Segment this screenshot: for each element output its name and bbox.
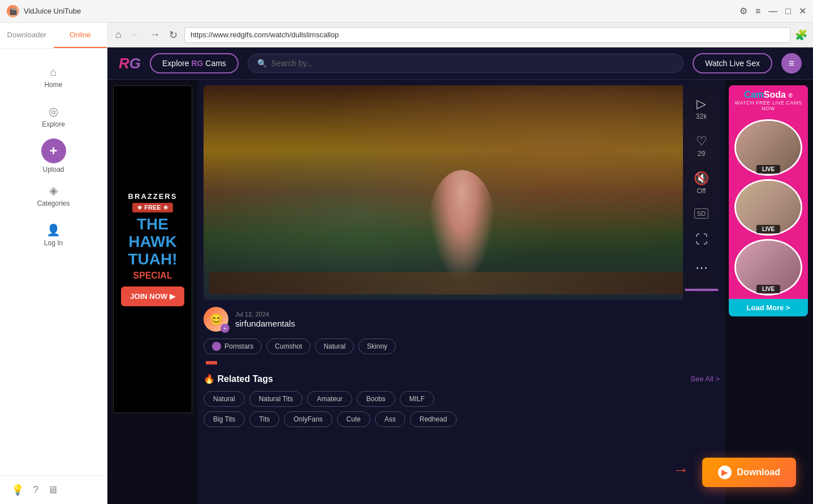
sidebar-item-explore[interactable]: ◎ Explore (0, 99, 107, 134)
video-container[interactable]: YNGH (204, 85, 720, 300)
line3: TUAH! (128, 251, 177, 268)
volume-icon: 🔇 (694, 171, 709, 186)
cam-item-1[interactable]: LIVE (732, 119, 805, 176)
browser-area: ⌂ ← → ↻ 🧩 RG Explore RG Cams 🔍 Search by… (107, 23, 813, 504)
volume-control[interactable]: 🔇 Off (694, 171, 709, 195)
tab-online[interactable]: Online (54, 23, 107, 48)
close-button[interactable]: ✕ (799, 6, 806, 16)
back-button[interactable]: ← (128, 28, 143, 42)
explore-label: Explore (42, 120, 65, 128)
video-author[interactable]: sirfundamentals (235, 319, 295, 328)
tag-redhead[interactable]: Redhead (410, 411, 457, 427)
tags-row-2: Big Tits Tits OnlyFans Cute Ass Redhead (204, 411, 720, 427)
tag-boobs[interactable]: Boobs (357, 391, 395, 407)
sidebar-item-upload[interactable]: + Upload (41, 138, 66, 173)
tag-cute[interactable]: Cute (337, 411, 370, 427)
sidebar-item-login[interactable]: 👤 Log In (0, 218, 107, 253)
user-avatar[interactable]: 😊 + (204, 307, 228, 332)
explore-icon: ◎ (49, 105, 58, 118)
sidebar-tabs: Downloader Online (0, 23, 107, 49)
help-icon[interactable]: ? (33, 484, 38, 496)
camsoda-panel: CamSoda ® WATCH FREE LIVE CAMS NOW LIVE (729, 85, 808, 316)
home-nav-button[interactable]: ⌂ (113, 28, 124, 42)
monitor-icon[interactable]: 🖥 (47, 484, 58, 496)
see-all-button[interactable]: See All > (690, 375, 720, 383)
hawk-tuah-text: THE HAWK TUAH! (128, 216, 177, 268)
load-more-button[interactable]: Load More > (729, 299, 808, 316)
tag-natural-tits[interactable]: Natural Tits (249, 391, 303, 407)
tag-pornstars-icon (212, 342, 221, 351)
categories-icon: ◈ (49, 184, 58, 197)
video-tags: Pornstars Cumshot Natural Skinny (204, 338, 720, 354)
tag-milf[interactable]: MILF (400, 391, 434, 407)
site-header: RG Explore RG Cams 🔍 Search by... Watch … (107, 47, 813, 80)
minimize-button[interactable]: — (768, 6, 777, 16)
app-icon: 🎬 (7, 5, 19, 18)
search-bar[interactable]: 🔍 Search by... (248, 54, 684, 73)
tag-cumshot[interactable]: Cumshot (266, 338, 310, 354)
fullscreen-icon: ⛶ (695, 232, 708, 247)
video-player[interactable]: YNGH (204, 85, 720, 300)
tag-natural-label: Natural (323, 342, 345, 350)
address-bar[interactable] (184, 27, 790, 43)
quality-control[interactable]: SD (694, 208, 708, 219)
maximize-button[interactable]: □ (785, 6, 791, 16)
brazzers-ad[interactable]: BRAZZERS ★ FREE ★ THE HAWK TUAH! SPECIAL… (113, 85, 192, 413)
sidebar-item-home[interactable]: ⌂ Home (0, 60, 107, 94)
sidebar-nav: ⌂ Home ◎ Explore + Upload ◈ Categories 👤… (0, 49, 107, 475)
explore-cams-button[interactable]: Explore RG Cams (150, 53, 239, 73)
arrow-indicator: → (673, 461, 689, 479)
likes-control[interactable]: ♡ 29 (696, 134, 707, 158)
sidebar-item-categories[interactable]: ◈ Categories (0, 178, 107, 213)
tag-skinny[interactable]: Skinny (358, 338, 396, 354)
video-section: YNGH ▷ 32k ♡ 29 (198, 80, 725, 504)
red-line (206, 361, 217, 364)
watch-live-button[interactable]: Watch Live Sex (693, 53, 772, 73)
download-button[interactable]: ▶ Download (702, 458, 796, 487)
tag-amateur[interactable]: Amateur (307, 391, 352, 407)
views-icon: ▷ (697, 97, 706, 111)
tag-big-tits[interactable]: Big Tits (204, 411, 245, 427)
more-control[interactable]: ⋯ (695, 260, 708, 275)
thumbnail-preview[interactable]: LIVE (685, 289, 719, 291)
camsoda-logo: CamSoda ® (733, 90, 803, 100)
hamburger-menu[interactable]: ≡ (781, 53, 802, 73)
cam-live-badge-1: LIVE (756, 165, 780, 173)
download-play-icon: ▶ (718, 466, 732, 479)
tag-skinny-label: Skinny (367, 342, 387, 350)
left-ad-panel: BRAZZERS ★ FREE ★ THE HAWK TUAH! SPECIAL… (107, 80, 198, 504)
tag-natural[interactable]: Natural (204, 391, 245, 407)
plus-icon: + (49, 143, 57, 159)
tags-row-1: Natural Natural Tits Amateur Boobs MILF (204, 391, 720, 407)
bulb-icon[interactable]: 💡 (11, 484, 24, 496)
rg-logo: RG (119, 55, 141, 72)
tag-natural[interactable]: Natural (315, 338, 354, 354)
cam-item-3[interactable]: LIVE (732, 239, 805, 296)
tag-cumshot-label: Cumshot (275, 342, 302, 350)
site-main: BRAZZERS ★ FREE ★ THE HAWK TUAH! SPECIAL… (107, 80, 813, 504)
extensions-icon[interactable]: 🧩 (795, 29, 807, 41)
forward-button[interactable]: → (148, 28, 162, 42)
video-info: 😊 + Jul 12, 2024 sirfundamentals (204, 300, 720, 361)
tag-onlyfans[interactable]: OnlyFans (284, 411, 332, 427)
cam-item-2[interactable]: LIVE (732, 179, 805, 236)
tag-tits[interactable]: Tits (249, 411, 279, 427)
tab-downloader[interactable]: Downloader (0, 23, 54, 48)
upload-circle: + (41, 138, 66, 163)
cam-live-badge-2: LIVE (756, 225, 780, 233)
settings-icon[interactable]: ⚙ (740, 6, 747, 16)
fullscreen-control[interactable]: ⛶ (695, 232, 708, 247)
right-ad-panel: CamSoda ® WATCH FREE LIVE CAMS NOW LIVE (725, 80, 813, 504)
refresh-button[interactable]: ↻ (167, 28, 180, 42)
camsoda-subtitle: WATCH FREE LIVE CAMS NOW (733, 100, 803, 111)
camsoda-header: CamSoda ® WATCH FREE LIVE CAMS NOW (729, 85, 808, 116)
browser-toolbar: ⌂ ← → ↻ 🧩 (107, 23, 813, 47)
menu-icon[interactable]: ≡ (755, 6, 760, 16)
join-now-button[interactable]: JOIN NOW ▶ (121, 286, 184, 306)
categories-label: Categories (37, 199, 70, 207)
app-title: VidJuice UniTube (24, 7, 81, 15)
website-content: RG Explore RG Cams 🔍 Search by... Watch … (107, 47, 813, 504)
tag-pornstars[interactable]: Pornstars (204, 338, 262, 354)
video-controls-row: ▷ 32k ♡ 29 🔇 Off (683, 85, 720, 300)
tag-ass[interactable]: Ass (375, 411, 405, 427)
